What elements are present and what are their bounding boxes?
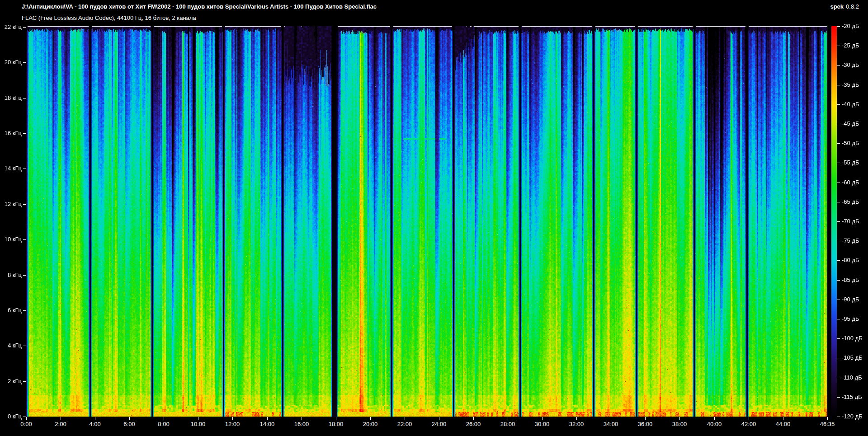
- colorbar-tick-label: -75 дБ: [842, 237, 859, 244]
- y-tick: [23, 133, 26, 134]
- y-tick: [23, 169, 26, 169]
- y-tick: [23, 417, 26, 417]
- colorbar-tick: [837, 241, 840, 241]
- y-tick-label: 12 кГц: [1, 201, 22, 208]
- file-path-title: J:\Антициклон\VA - 100 пудов хитов от Хи…: [22, 3, 377, 10]
- x-tick: [749, 417, 749, 420]
- x-tick-label: 30:00: [531, 421, 553, 428]
- colorbar-gradient: [831, 26, 837, 417]
- colorbar-tick: [837, 65, 840, 66]
- app-version-line: spek0.8.2: [830, 3, 859, 10]
- colorbar-tick-label: -25 дБ: [842, 42, 859, 49]
- x-tick: [611, 417, 611, 420]
- x-tick-label: 12:00: [221, 421, 244, 428]
- colorbar-tick: [837, 143, 840, 144]
- x-tick-label: 18:00: [325, 421, 347, 428]
- app-version: 0.8.2: [846, 3, 859, 10]
- x-tick: [783, 417, 783, 420]
- colorbar-tick-label: -20 дБ: [842, 23, 859, 30]
- x-tick: [645, 417, 646, 420]
- x-tick-label: 36:00: [634, 421, 656, 428]
- y-tick: [23, 239, 26, 240]
- x-tick: [370, 417, 371, 420]
- colorbar-tick: [837, 202, 840, 202]
- y-tick-label: 6 кГц: [1, 307, 22, 314]
- y-tick-label: 18 кГц: [1, 94, 22, 102]
- y-tick: [23, 346, 26, 346]
- x-tick-label: 8:00: [152, 421, 175, 428]
- x-tick: [439, 417, 439, 420]
- colorbar-tick: [837, 104, 840, 105]
- colorbar-tick: [837, 417, 840, 417]
- app-name: spek: [830, 3, 844, 10]
- x-tick: [129, 417, 130, 420]
- colorbar-tick-label: -35 дБ: [842, 81, 859, 89]
- colorbar-tick-label: -70 дБ: [842, 218, 859, 225]
- y-tick-label: 2 кГц: [1, 378, 22, 385]
- colorbar-tick-label: -50 дБ: [842, 140, 859, 147]
- x-tick: [336, 417, 336, 420]
- colorbar-tick: [837, 319, 840, 319]
- colorbar-tick: [837, 221, 840, 222]
- y-tick-label: 20 кГц: [1, 59, 22, 66]
- x-tick-label: 38:00: [668, 421, 691, 428]
- x-tick: [164, 417, 164, 420]
- x-tick-label: 16:00: [290, 421, 313, 428]
- y-tick-label: 4 кГц: [1, 342, 22, 349]
- x-tick: [827, 417, 828, 420]
- colorbar-tick-label: -85 дБ: [842, 277, 859, 284]
- y-tick: [23, 381, 26, 382]
- colorbar-tick-label: -110 дБ: [842, 374, 862, 381]
- x-tick: [473, 417, 474, 420]
- colorbar-tick-label: -90 дБ: [842, 296, 859, 303]
- x-tick: [267, 417, 268, 420]
- colorbar-tick: [837, 358, 840, 358]
- colorbar-tick: [837, 26, 840, 27]
- x-tick-label: 24:00: [428, 421, 450, 428]
- y-tick-label: 10 кГц: [1, 236, 22, 243]
- x-tick: [576, 417, 577, 420]
- colorbar-tick-label: -95 дБ: [842, 315, 859, 323]
- x-tick: [405, 417, 405, 420]
- x-tick: [542, 417, 542, 420]
- x-tick-label: 44:00: [772, 421, 794, 428]
- y-tick-label: 8 кГц: [1, 272, 22, 279]
- colorbar-tick-label: -45 дБ: [842, 120, 859, 127]
- colorbar-tick-label: -80 дБ: [842, 257, 859, 264]
- x-tick-label: 34:00: [599, 421, 622, 428]
- x-tick-label: 10:00: [187, 421, 209, 428]
- plot-right-edge: [827, 26, 827, 417]
- x-tick-label: 2:00: [49, 421, 72, 428]
- colorbar-tick: [837, 260, 840, 261]
- x-tick-label: 46:35: [816, 421, 839, 428]
- x-tick-label: 0:00: [15, 421, 38, 428]
- y-tick: [23, 62, 26, 63]
- x-tick: [508, 417, 508, 420]
- file-info-subtitle: FLAC (Free Lossless Audio Codec), 44100 …: [22, 14, 196, 21]
- x-tick: [95, 417, 95, 420]
- spectrogram-canvas: [26, 26, 827, 417]
- y-tick-label: 14 кГц: [1, 165, 22, 172]
- colorbar-tick-label: -100 дБ: [842, 335, 863, 342]
- x-tick: [198, 417, 198, 420]
- y-tick: [23, 204, 26, 205]
- colorbar-tick-label: -55 дБ: [842, 159, 859, 166]
- colorbar-tick: [837, 46, 840, 46]
- y-tick: [23, 310, 26, 311]
- colorbar-tick-label: -60 дБ: [842, 179, 859, 186]
- y-tick-label: 22 кГц: [1, 23, 22, 31]
- x-tick-label: 42:00: [737, 421, 760, 428]
- y-tick-label: 16 кГц: [1, 130, 22, 137]
- x-tick: [232, 417, 233, 420]
- colorbar-tick-label: -105 дБ: [842, 354, 863, 361]
- colorbar-tick-label: -115 дБ: [842, 394, 862, 401]
- y-tick: [23, 275, 26, 276]
- y-tick: [23, 98, 26, 98]
- colorbar-tick-label: -65 дБ: [842, 198, 859, 206]
- colorbar-tick-label: -120 дБ: [842, 413, 863, 420]
- colorbar-tick: [837, 397, 840, 398]
- x-tick: [61, 417, 61, 420]
- colorbar-tick: [837, 300, 840, 300]
- y-tick-label: 0 кГц: [1, 413, 22, 420]
- x-tick-label: 20:00: [359, 421, 382, 428]
